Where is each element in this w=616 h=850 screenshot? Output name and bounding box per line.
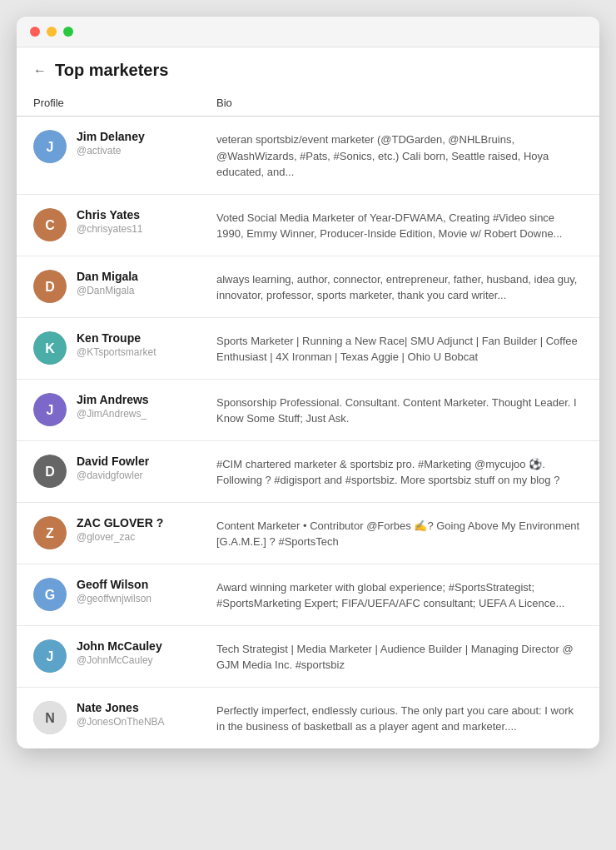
profile-info: ZAC GLOVER ?@glover_zac xyxy=(77,516,163,543)
profile-name: Ken Troupe xyxy=(77,331,156,345)
table-row[interactable]: Z ZAC GLOVER ?@glover_zacContent Markete… xyxy=(17,503,599,564)
table-row[interactable]: J John McCauley@JohnMcCauleyTech Strateg… xyxy=(17,626,599,688)
bio-text: veteran sportsbiz/event marketer (@TDGar… xyxy=(216,130,583,181)
table-row[interactable]: C Chris Yates@chrisyates11Voted Social M… xyxy=(17,195,599,256)
profile-info: Geoff Wilson@geoffwnjwilson xyxy=(77,578,152,604)
table-row[interactable]: D David Fowler@davidgfowler#CIM chartere… xyxy=(17,441,599,503)
bio-text: Sponsorship Professional. Consultant. Co… xyxy=(216,393,583,427)
table-row[interactable]: G Geoff Wilson@geoffwnjwilsonAward winni… xyxy=(17,564,599,626)
table-row[interactable]: J Jim Delaney@activateveteran sportsbiz/… xyxy=(17,117,599,195)
profile-handle: @glover_zac xyxy=(77,531,163,543)
profile-info: Jim Delaney@activate xyxy=(77,130,145,157)
avatar: D xyxy=(33,455,67,488)
profile-name: David Fowler xyxy=(77,455,149,468)
svg-text:Z: Z xyxy=(46,526,54,540)
maximize-button[interactable] xyxy=(63,27,73,37)
table-row[interactable]: N Nate Jones@JonesOnTheNBAPerfectly impe… xyxy=(17,688,599,748)
profile-info: Dan Migala@DanMigala xyxy=(77,270,138,296)
avatar: N xyxy=(33,701,67,734)
close-button[interactable] xyxy=(30,27,40,37)
bio-text: Content Marketer • Contributor @Forbes ✍… xyxy=(216,516,583,550)
profile-info: Nate Jones@JonesOnTheNBA xyxy=(77,701,165,728)
avatar: G xyxy=(33,578,67,611)
app-window: ← Top marketers Profile Bio J Jim Delane… xyxy=(17,17,599,748)
bio-text: Award winning marketer with global exper… xyxy=(216,578,583,612)
avatar: K xyxy=(33,331,67,365)
profile-name: Nate Jones xyxy=(77,701,165,714)
back-button[interactable]: ← xyxy=(33,64,47,77)
svg-text:K: K xyxy=(45,341,55,355)
profile-name: John McCauley xyxy=(77,639,162,653)
bio-text: Sports Marketer | Running a New Race| SM… xyxy=(216,331,583,365)
avatar: D xyxy=(33,270,67,303)
table-body: J Jim Delaney@activateveteran sportsbiz/… xyxy=(17,117,599,748)
profile-name: Jim Delaney xyxy=(77,130,145,143)
profile-cell: D Dan Migala@DanMigala xyxy=(33,270,216,303)
svg-text:J: J xyxy=(47,140,54,154)
profile-cell: G Geoff Wilson@geoffwnjwilson xyxy=(33,578,216,611)
bio-text: always learning, author, connector, entr… xyxy=(216,270,583,304)
profile-cell: J John McCauley@JohnMcCauley xyxy=(33,639,216,673)
bio-text: Perfectly imperfect, endlessly curious. … xyxy=(216,701,583,735)
svg-text:D: D xyxy=(45,280,55,294)
main-content: ← Top marketers Profile Bio J Jim Delane… xyxy=(17,47,599,748)
profile-handle: @JimAndrews_ xyxy=(77,408,149,420)
avatar: J xyxy=(33,130,67,163)
profile-name: Geoff Wilson xyxy=(77,578,152,591)
profile-name: ZAC GLOVER ? xyxy=(77,516,163,529)
profile-cell: Z ZAC GLOVER ?@glover_zac xyxy=(33,516,216,549)
profile-cell: K Ken Troupe@KTsportsmarket xyxy=(33,331,216,365)
page-title: Top marketers xyxy=(55,61,168,80)
bio-text: Tech Strategist | Media Marketer | Audie… xyxy=(216,639,583,674)
svg-text:D: D xyxy=(45,465,55,479)
svg-text:N: N xyxy=(45,711,55,725)
profile-name: Jim Andrews xyxy=(77,393,149,406)
title-bar xyxy=(17,17,599,47)
col-profile-label: Profile xyxy=(33,97,216,109)
table-header: Profile Bio xyxy=(17,90,599,117)
profile-handle: @KTsportsmarket xyxy=(77,346,156,358)
profile-handle: @activate xyxy=(77,145,145,157)
profile-cell: J Jim Andrews@JimAndrews_ xyxy=(33,393,216,426)
bio-text: #CIM chartered marketer & sportsbiz pro.… xyxy=(216,455,583,489)
svg-text:J: J xyxy=(47,649,54,664)
profile-cell: N Nate Jones@JonesOnTheNBA xyxy=(33,701,216,734)
avatar: J xyxy=(33,393,67,426)
profile-name: Chris Yates xyxy=(77,208,143,221)
minimize-button[interactable] xyxy=(47,27,57,37)
profile-info: Ken Troupe@KTsportsmarket xyxy=(77,331,156,358)
profile-info: David Fowler@davidgfowler xyxy=(77,455,149,481)
table-row[interactable]: D Dan Migala@DanMigalaalways learning, a… xyxy=(17,256,599,318)
profile-handle: @JohnMcCauley xyxy=(77,654,162,666)
page-header: ← Top marketers xyxy=(17,47,599,90)
profile-info: Jim Andrews@JimAndrews_ xyxy=(77,393,149,420)
svg-text:G: G xyxy=(45,588,55,602)
profile-handle: @davidgfowler xyxy=(77,470,149,481)
profile-handle: @DanMigala xyxy=(77,285,138,296)
profile-cell: J Jim Delaney@activate xyxy=(33,130,216,163)
profile-cell: D David Fowler@davidgfowler xyxy=(33,455,216,488)
svg-text:J: J xyxy=(47,403,54,417)
avatar: C xyxy=(33,208,67,241)
profile-name: Dan Migala xyxy=(77,270,138,283)
svg-text:C: C xyxy=(45,218,55,232)
avatar: Z xyxy=(33,516,67,549)
table-row[interactable]: K Ken Troupe@KTsportsmarketSports Market… xyxy=(17,318,599,380)
profile-info: John McCauley@JohnMcCauley xyxy=(77,639,162,666)
bio-text: Voted Social Media Marketer of Year-DFWA… xyxy=(216,208,583,242)
profile-handle: @JonesOnTheNBA xyxy=(77,716,165,728)
avatar: J xyxy=(33,639,67,673)
profile-cell: C Chris Yates@chrisyates11 xyxy=(33,208,216,241)
col-bio-label: Bio xyxy=(216,97,583,109)
profile-info: Chris Yates@chrisyates11 xyxy=(77,208,143,235)
table-row[interactable]: J Jim Andrews@JimAndrews_Sponsorship Pro… xyxy=(17,380,599,441)
profile-handle: @geoffwnjwilson xyxy=(77,593,152,604)
profile-handle: @chrisyates11 xyxy=(77,223,143,235)
